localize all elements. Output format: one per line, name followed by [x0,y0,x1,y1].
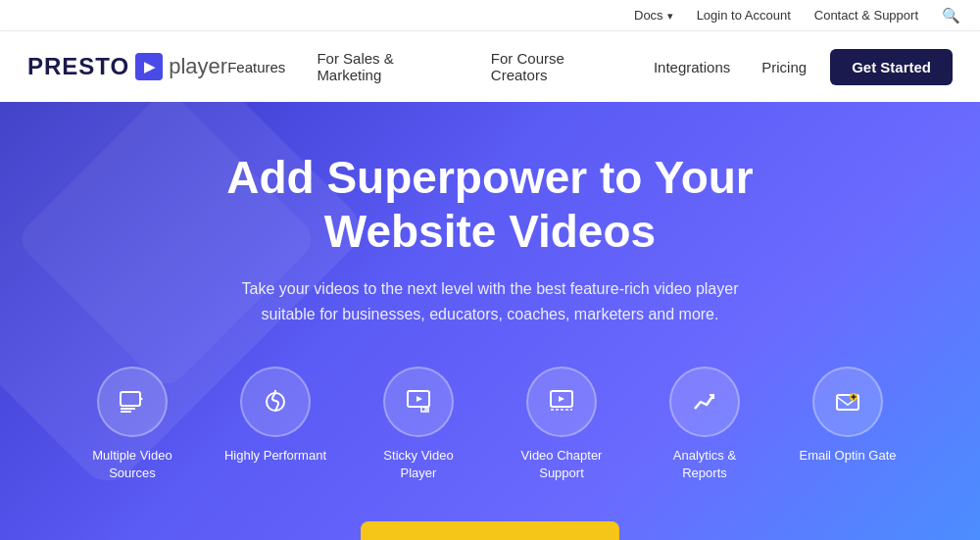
nav-integrations-link[interactable]: Integrations [654,59,730,75]
feature-multiple-video-label: Multiple Video Sources [78,447,186,482]
feature-performant-icon [240,367,311,437]
login-link[interactable]: Login to Account [697,8,791,23]
logo-player-text: player [169,54,227,79]
main-nav: PRESTO ▶ player Features For Sales & Mar… [0,31,980,102]
nav-course-link[interactable]: For Course Creators [491,50,622,83]
feature-email: Email Optin Gate [794,367,902,465]
docs-link[interactable]: Docs [634,8,673,23]
search-icon[interactable]: 🔍 [942,7,960,25]
contact-link[interactable]: Contact & Support [814,8,918,23]
svg-marker-11 [559,396,564,402]
svg-rect-0 [121,392,140,406]
feature-chapter-icon [526,367,597,437]
feature-performant: Highly Performant [221,367,329,465]
feature-sticky: Sticky Video Player [365,367,472,482]
docs-chevron-icon [667,8,673,23]
feature-multiple-video: Multiple Video Sources [78,367,186,482]
feature-analytics: Analytics & Reports [651,367,759,482]
feature-chapter-label: Video Chapter Support [508,447,615,482]
hero-section: Add Superpower to Your Website Videos Ta… [0,102,980,540]
logo[interactable]: PRESTO ▶ player [27,53,227,80]
hero-title: Add Superpower to Your Website Videos [226,151,754,259]
feature-chapter: Video Chapter Support [508,367,615,482]
get-started-now-button[interactable]: Get Started Now → [361,521,619,540]
svg-marker-7 [416,396,422,402]
feature-analytics-icon [669,367,740,437]
logo-presto-text: PRESTO [27,53,129,80]
get-started-nav-button[interactable]: Get Started [830,49,953,85]
feature-email-icon [812,367,883,437]
hero-subtitle: Take your videos to the next level with … [235,276,745,326]
nav-features-link[interactable]: Features [227,59,285,75]
nav-links: Features For Sales & Marketing For Cours… [227,50,807,83]
nav-sales-link[interactable]: For Sales & Marketing [317,50,459,83]
features-row: Multiple Video Sources Highly Performant… [78,367,902,482]
top-bar: Docs Login to Account Contact & Support … [0,0,980,31]
feature-email-label: Email Optin Gate [800,447,897,465]
nav-pricing-link[interactable]: Pricing [761,59,807,75]
feature-analytics-label: Analytics & Reports [651,447,759,482]
feature-performant-label: Highly Performant [224,447,326,465]
feature-sticky-icon [383,367,454,437]
feature-multiple-video-icon [97,367,168,437]
logo-icon: ▶ [135,53,163,80]
feature-sticky-label: Sticky Video Player [365,447,472,482]
